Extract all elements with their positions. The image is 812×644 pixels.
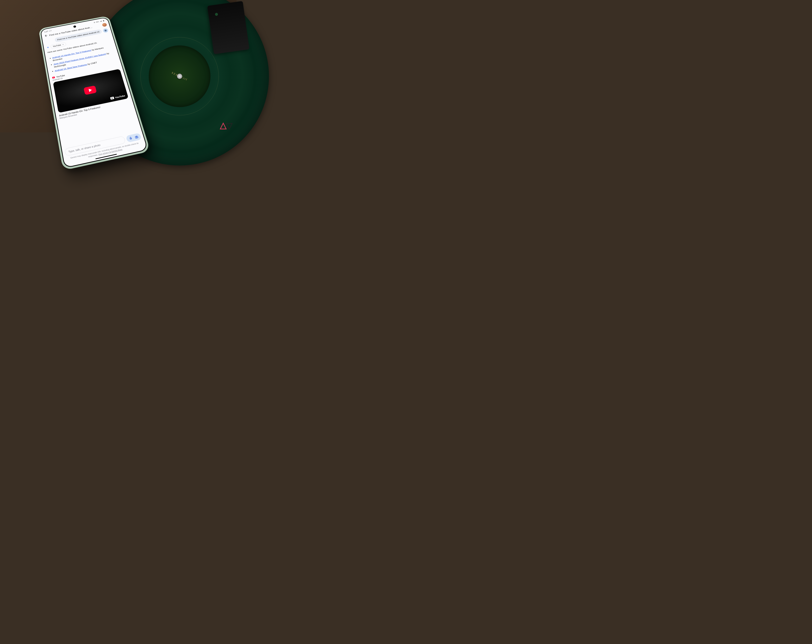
source-chip[interactable]: YouTube: [50, 42, 66, 49]
youtube-mini-icon: [110, 96, 114, 100]
site-watermark-icon: [220, 122, 234, 131]
youtube-watermark: YouTube: [110, 94, 125, 100]
mic-icon: [128, 136, 133, 140]
result-byline: by CNET: [87, 61, 97, 65]
svg-rect-6: [130, 137, 131, 139]
mic-button[interactable]: [128, 136, 133, 141]
record-spindle: [177, 74, 182, 79]
back-arrow-icon[interactable]: [44, 34, 48, 38]
pause-button[interactable]: [102, 28, 108, 33]
svg-rect-2: [103, 20, 104, 21]
youtube-watermark-label: YouTube: [114, 94, 125, 99]
battery-icon: [102, 20, 105, 21]
svg-rect-3: [105, 30, 105, 32]
camera-button[interactable]: [134, 134, 139, 139]
camera-icon: [134, 135, 139, 139]
turntable-tonearm: [207, 1, 249, 54]
gemini-spark-icon: [46, 46, 50, 49]
status-time: 1:27: [44, 30, 48, 33]
alarm-icon: [93, 21, 96, 23]
video-card: YouTube Android 15 YouTube Android 15 Ha…: [52, 64, 131, 119]
youtube-icon: [52, 76, 55, 79]
play-icon: [84, 85, 97, 95]
signal-icon: [100, 20, 102, 22]
photo-scene: SZA · Ctrl 1:27 5G+: [0, 0, 237, 132]
svg-point-8: [136, 137, 137, 138]
svg-rect-7: [135, 136, 138, 139]
profile-avatar[interactable]: [102, 23, 107, 27]
svg-rect-4: [105, 29, 107, 31]
pause-icon: [104, 29, 107, 32]
notification-dots-icon: [49, 30, 52, 31]
source-chip-label: YouTube: [53, 44, 61, 47]
chevron-down-icon: [62, 44, 64, 46]
network-label: 5G+: [96, 21, 99, 23]
